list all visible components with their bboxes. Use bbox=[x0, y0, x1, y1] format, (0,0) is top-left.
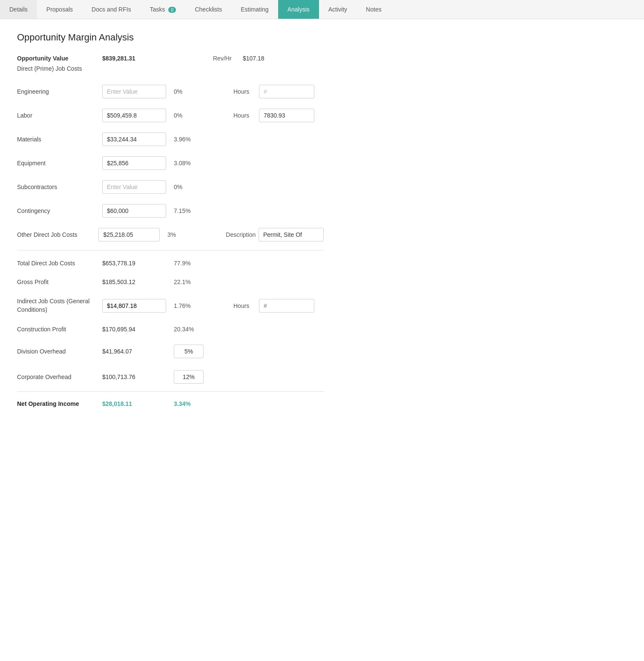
corporate-overhead-pct-field[interactable] bbox=[174, 370, 204, 384]
net-operating-income-row: Net Operating Income $28,018.11 3.34% bbox=[17, 394, 324, 414]
total-direct-amount: $653,778.19 bbox=[102, 260, 166, 267]
division-overhead-pct-input[interactable] bbox=[174, 345, 204, 358]
contingency-row: Contingency 7.15% bbox=[17, 199, 324, 223]
tab-analysis[interactable]: Analysis bbox=[278, 0, 319, 19]
labor-hours-input[interactable] bbox=[259, 109, 314, 122]
total-direct-pct: 77.9% bbox=[174, 260, 199, 267]
total-direct-label: Total Direct Job Costs bbox=[17, 260, 102, 267]
section-divider-2 bbox=[17, 391, 324, 392]
other-direct-desc-field[interactable] bbox=[259, 228, 324, 241]
indirect-value-input[interactable] bbox=[102, 299, 166, 313]
labor-input-field[interactable] bbox=[102, 109, 166, 122]
equipment-input-field[interactable] bbox=[102, 156, 166, 170]
opportunity-value-row: Opportunity Value $839,281.31 Rev/Hr $10… bbox=[17, 55, 324, 62]
gross-profit-amount: $185,503.12 bbox=[102, 279, 166, 285]
division-overhead-amount: $41,964.07 bbox=[102, 348, 166, 355]
total-direct-row: Total Direct Job Costs $653,778.19 77.9% bbox=[17, 254, 324, 273]
equipment-pct: 3.08% bbox=[174, 160, 199, 167]
construction-profit-pct: 20.34% bbox=[174, 326, 199, 333]
other-direct-desc-input[interactable] bbox=[259, 228, 324, 241]
materials-input-field[interactable] bbox=[102, 132, 166, 146]
net-operating-pct: 3.34% bbox=[174, 400, 191, 407]
opportunity-value-label: Opportunity Value bbox=[17, 55, 102, 62]
division-overhead-row: Division Overhead $41,964.07 bbox=[17, 339, 324, 364]
indirect-hours-field[interactable] bbox=[259, 299, 314, 313]
corporate-overhead-amount: $100,713.76 bbox=[102, 374, 166, 380]
tab-tasks[interactable]: Tasks 0 bbox=[141, 0, 186, 19]
gross-profit-row: Gross Profit $185,503.12 22.1% bbox=[17, 273, 324, 291]
other-direct-desc-label: Description bbox=[226, 231, 259, 238]
rev-hr-value: $107.18 bbox=[243, 55, 264, 62]
indirect-hours-input[interactable] bbox=[259, 299, 314, 313]
tab-estimating[interactable]: Estimating bbox=[231, 0, 278, 19]
opportunity-value-amount: $839,281.31 bbox=[102, 55, 179, 62]
indirect-hours-label: Hours bbox=[233, 302, 259, 309]
engineering-pct: 0% bbox=[174, 88, 199, 95]
labor-label: Labor bbox=[17, 112, 102, 119]
engineering-hours-input[interactable] bbox=[259, 85, 314, 98]
gross-profit-label: Gross Profit bbox=[17, 279, 102, 285]
labor-hours-label: Hours bbox=[233, 112, 259, 119]
construction-profit-amount: $170,695.94 bbox=[102, 326, 166, 333]
equipment-value-input[interactable] bbox=[102, 156, 166, 170]
other-direct-pct: 3% bbox=[167, 231, 192, 238]
tab-notes[interactable]: Notes bbox=[356, 0, 391, 19]
indirect-costs-row: Indirect Job Costs (General Conditions) … bbox=[17, 291, 324, 320]
other-direct-input-field[interactable] bbox=[98, 228, 160, 241]
equipment-row: Equipment 3.08% bbox=[17, 151, 324, 175]
tab-proposals[interactable]: Proposals bbox=[37, 0, 82, 19]
tasks-badge: 0 bbox=[168, 7, 176, 13]
corporate-overhead-label: Corporate Overhead bbox=[17, 374, 102, 380]
labor-value-input[interactable] bbox=[102, 109, 166, 122]
page-title: Opportunity Margin Analysis bbox=[17, 32, 324, 43]
gross-profit-pct: 22.1% bbox=[174, 279, 199, 285]
engineering-input-field[interactable] bbox=[102, 85, 166, 98]
indirect-input-field[interactable] bbox=[102, 299, 166, 313]
division-overhead-label: Division Overhead bbox=[17, 348, 102, 355]
tabs-bar: Details Proposals Docs and RFIs Tasks 0 … bbox=[0, 0, 644, 19]
materials-row: Materials 3.96% bbox=[17, 127, 324, 151]
main-content: Opportunity Margin Analysis Opportunity … bbox=[0, 19, 341, 427]
contingency-label: Contingency bbox=[17, 207, 102, 214]
corporate-overhead-row: Corporate Overhead $100,713.76 bbox=[17, 364, 324, 390]
engineering-value-input[interactable] bbox=[102, 85, 166, 98]
contingency-pct: 7.15% bbox=[174, 207, 199, 214]
net-operating-label: Net Operating Income bbox=[17, 400, 102, 407]
subcontractors-value-input[interactable] bbox=[102, 180, 166, 194]
tab-checklists[interactable]: Checklists bbox=[185, 0, 231, 19]
subcontractors-label: Subcontractors bbox=[17, 184, 102, 190]
engineering-hours-label: Hours bbox=[233, 88, 259, 95]
materials-value-input[interactable] bbox=[102, 132, 166, 146]
contingency-input-field[interactable] bbox=[102, 204, 166, 218]
rev-hr-label: Rev/Hr bbox=[213, 55, 243, 62]
tab-docs-rfis[interactable]: Docs and RFIs bbox=[82, 0, 141, 19]
indirect-label: Indirect Job Costs (General Conditions) bbox=[17, 297, 102, 314]
division-overhead-pct-field[interactable] bbox=[174, 345, 204, 358]
materials-pct: 3.96% bbox=[174, 136, 199, 143]
subcontractors-pct: 0% bbox=[174, 184, 199, 190]
tab-details[interactable]: Details bbox=[0, 0, 37, 19]
indirect-pct: 1.76% bbox=[174, 302, 199, 309]
subcontractors-row: Subcontractors 0% bbox=[17, 175, 324, 199]
corporate-overhead-pct-input[interactable] bbox=[174, 370, 204, 384]
engineering-row: Engineering 0% Hours bbox=[17, 80, 324, 103]
tab-tasks-label: Tasks bbox=[150, 6, 165, 13]
other-direct-label: Other Direct Job Costs bbox=[17, 231, 98, 238]
labor-hours-field[interactable] bbox=[259, 109, 314, 122]
direct-costs-section-label: Direct (Prime) Job Costs bbox=[17, 65, 324, 72]
equipment-label: Equipment bbox=[17, 160, 102, 167]
materials-label: Materials bbox=[17, 136, 102, 143]
engineering-hours-field[interactable] bbox=[259, 85, 314, 98]
net-operating-amount: $28,018.11 bbox=[102, 400, 166, 407]
other-direct-value-input[interactable] bbox=[98, 228, 160, 241]
contingency-value-input[interactable] bbox=[102, 204, 166, 218]
other-direct-row: Other Direct Job Costs 3% Description bbox=[17, 223, 324, 247]
construction-profit-row: Construction Profit $170,695.94 20.34% bbox=[17, 320, 324, 339]
labor-pct: 0% bbox=[174, 112, 199, 119]
construction-profit-label: Construction Profit bbox=[17, 326, 102, 333]
section-divider-1 bbox=[17, 250, 324, 250]
tab-activity[interactable]: Activity bbox=[319, 0, 356, 19]
subcontractors-input-field[interactable] bbox=[102, 180, 166, 194]
labor-row: Labor 0% Hours bbox=[17, 103, 324, 127]
engineering-label: Engineering bbox=[17, 88, 102, 95]
